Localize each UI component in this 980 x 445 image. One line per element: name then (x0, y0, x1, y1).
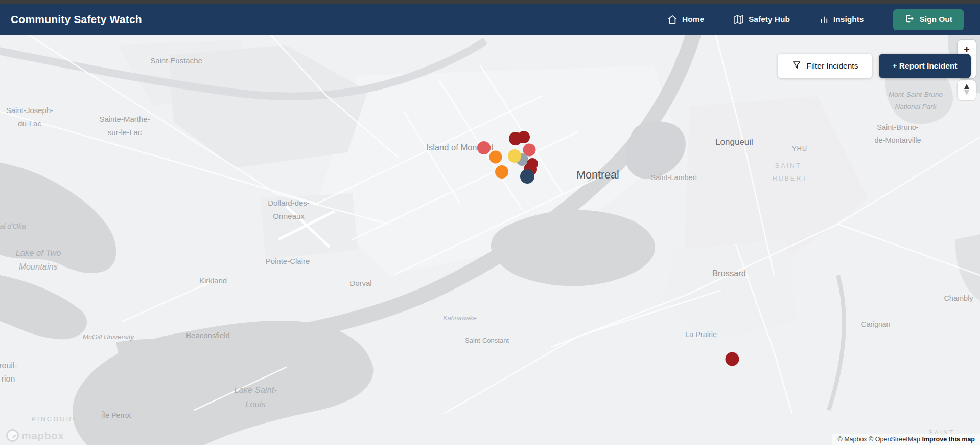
map-icon (734, 14, 744, 25)
app-header: Community Safety Watch Home Safety Hub I… (0, 4, 980, 35)
sign-out-label: Sign Out (919, 15, 952, 24)
window-top-strip (0, 0, 980, 4)
sign-out-icon (904, 14, 914, 26)
incident-marker[interactable] (508, 149, 521, 163)
report-incident-button[interactable]: + Report Incident (879, 54, 971, 78)
incident-marker[interactable] (726, 352, 739, 366)
incident-marker[interactable] (477, 141, 491, 154)
funnel-icon (792, 60, 801, 72)
filter-incidents-button[interactable]: Filter Incidents (778, 54, 872, 78)
sign-out-button[interactable]: Sign Out (893, 9, 964, 30)
map-basemap (0, 35, 980, 445)
improve-map-link[interactable]: Improve this map (922, 436, 975, 443)
incident-marker[interactable] (509, 132, 522, 145)
compass-button[interactable] (958, 80, 976, 100)
bar-chart-icon (820, 15, 829, 24)
incident-marker[interactable] (489, 151, 502, 164)
filter-incidents-label: Filter Incidents (807, 61, 858, 71)
nav-item-label: Insights (833, 15, 864, 24)
nav-item-label: Safety Hub (749, 15, 790, 24)
attribution-links[interactable]: © Mapbox © OpenStreetMap (837, 436, 920, 443)
map-attribution: © Mapbox © OpenStreetMap Improve this ma… (832, 434, 980, 445)
map-canvas[interactable]: Saint-EustacheSaint-Joseph- du-LacSainte… (0, 35, 980, 445)
incident-marker[interactable] (520, 169, 534, 184)
nav-item-home[interactable]: Home (667, 14, 704, 25)
mapbox-logo-icon (6, 429, 19, 442)
incident-marker[interactable] (495, 165, 508, 179)
nav-item-insights[interactable]: Insights (820, 15, 864, 24)
nav-item-label: Home (682, 15, 704, 24)
mapbox-logo-word: mapbox (21, 430, 64, 442)
header-nav: Home Safety Hub Insights Sign Out (667, 9, 980, 30)
nav-item-safety-hub[interactable]: Safety Hub (734, 14, 790, 25)
home-icon (667, 14, 678, 25)
compass-needle-icon (961, 83, 972, 98)
mapbox-logo[interactable]: mapbox (6, 429, 64, 442)
page-title: Community Safety Watch (0, 13, 142, 26)
